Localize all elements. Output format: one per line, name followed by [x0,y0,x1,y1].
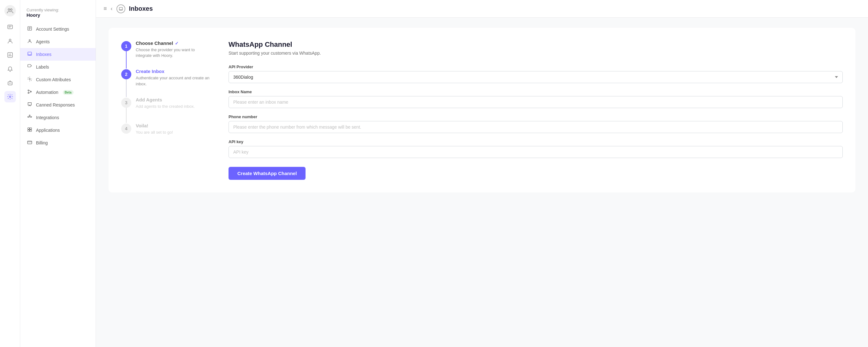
step-3-desc: Add agents to the created inbox. [136,104,195,109]
step-3-content: Add Agents Add agents to the created inb… [136,97,195,123]
api-provider-label: API Provider [228,64,843,69]
currently-viewing-label: Currently viewing: [27,7,89,12]
step-1-bubble: 1 [121,41,131,51]
inbox-circle-icon [117,4,125,13]
integrations-icon [27,114,33,121]
sidebar-item-integrations[interactable]: Integrations [20,111,96,124]
inbox-name-input[interactable] [228,96,843,108]
applications-icon [27,127,33,133]
svg-point-1 [10,9,12,10]
back-icon[interactable]: ‹ [111,5,113,12]
nav-icon-bot[interactable] [4,77,16,88]
svg-point-0 [8,9,9,10]
svg-point-18 [29,115,30,116]
svg-rect-22 [30,130,32,132]
step-4-desc: You are all set to go! [136,129,173,135]
sidebar-item-label: Account Settings [36,27,69,32]
nav-icon-settings[interactable] [4,91,16,103]
svg-point-7 [10,83,11,84]
nav-icon-notifications[interactable] [4,63,16,75]
billing-icon [27,140,33,146]
step-3-bubble: 3 [121,98,131,108]
step-1-check: ✓ [175,41,179,46]
content-area: 1 Choose Channel ✓ Choose the provider y… [96,18,868,347]
icon-rail [0,0,20,347]
sidebar-item-agents[interactable]: Agents [20,35,96,48]
inboxes-icon [27,51,33,58]
svg-point-17 [31,116,32,117]
sidebar-item-label: Billing [36,140,48,145]
sidebar-item-label: Integrations [36,115,59,120]
sidebar: Currently viewing: Hoory Account Setting… [20,0,96,347]
step-1-desc: Choose the provider you want to integrat… [136,47,210,58]
sidebar-item-label: Applications [36,128,60,133]
step-4-title: Voila! [136,123,173,128]
step-2-bubble: 2 [121,69,131,79]
automation-badge: Beta [63,90,73,95]
sidebar-item-canned-responses[interactable]: Canned Responses [20,98,96,111]
svg-rect-2 [7,25,12,29]
sidebar-item-applications[interactable]: Applications [20,124,96,137]
phone-number-input[interactable] [228,121,843,133]
account-settings-icon [27,26,33,32]
phone-number-label: Phone number [228,114,843,119]
step-2-desc: Authenticate your account and create an … [136,75,210,87]
org-name: Hoory [27,12,89,18]
svg-point-3 [9,39,11,41]
sidebar-item-label: Canned Responses [36,103,75,108]
sidebar-item-automation[interactable]: Automation Beta [20,86,96,98]
main-content: ≡ ‹ Inboxes 1 Choose Channel [96,0,868,347]
api-key-group: API key [228,139,843,158]
nav-icon-contacts[interactable] [4,35,16,47]
step-4-bubble: 4 [121,123,131,134]
step-2-content: Create Inbox Authenticate your account a… [136,68,210,97]
step-4-content: Voila! You are all set to go! [136,123,173,145]
form-heading: WhatsApp Channel [228,40,843,49]
step-2: 2 Create Inbox Authenticate your account… [121,68,210,97]
topbar: ≡ ‹ Inboxes [96,0,868,18]
step-3: 3 Add Agents Add agents to the created i… [121,97,210,123]
sidebar-item-inboxes[interactable]: Inboxes [20,48,96,61]
svg-point-8 [9,96,11,98]
sidebar-item-billing[interactable]: Billing [20,137,96,149]
page-title: Inboxes [129,5,153,12]
step-4: 4 Voila! You are all set to go! [121,123,210,145]
sidebar-item-custom-attributes[interactable]: Custom Attributes [20,73,96,86]
automation-icon [27,89,33,95]
api-key-label: API key [228,139,843,144]
step-1-content: Choose Channel ✓ Choose the provider you… [136,40,210,68]
sidebar-item-labels[interactable]: Labels [20,61,96,73]
labels-icon [27,64,33,70]
sidebar-item-label: Automation [36,90,58,95]
app-avatar [4,5,16,17]
canned-responses-icon [27,102,33,108]
form-subheading: Start supporting your customers via What… [228,51,843,56]
sidebar-item-label: Inboxes [36,52,52,57]
step-3-title: Add Agents [136,97,195,103]
step-2-title: Create Inbox [136,68,210,74]
svg-rect-20 [30,128,32,129]
svg-point-6 [9,83,10,84]
inbox-name-group: Inbox Name [228,89,843,108]
nav-icon-reports[interactable] [4,49,16,61]
create-whatsapp-channel-button[interactable]: Create WhatsApp Channel [228,167,306,180]
agents-icon [27,38,33,45]
steps-panel: 1 Choose Channel ✓ Choose the provider y… [121,40,210,180]
phone-number-group: Phone number [228,114,843,133]
inbox-name-label: Inbox Name [228,89,843,94]
api-provider-select[interactable]: 360Dialog Twilio MessageBird [228,71,843,83]
svg-point-16 [28,116,29,117]
svg-rect-19 [28,128,29,129]
menu-icon[interactable]: ≡ [103,5,107,12]
nav-icon-conversations[interactable] [4,22,16,33]
step-1-title: Choose Channel ✓ [136,40,210,46]
sidebar-item-account-settings[interactable]: Account Settings [20,23,96,35]
form-panel: WhatsApp Channel Start supporting your c… [228,40,843,180]
api-key-input[interactable] [228,146,843,158]
svg-point-10 [29,39,30,41]
svg-rect-23 [27,141,32,144]
step-1: 1 Choose Channel ✓ Choose the provider y… [121,40,210,68]
custom-attributes-icon [27,77,33,83]
sidebar-item-label: Agents [36,39,50,44]
api-provider-group: API Provider 360Dialog Twilio MessageBir… [228,64,843,83]
